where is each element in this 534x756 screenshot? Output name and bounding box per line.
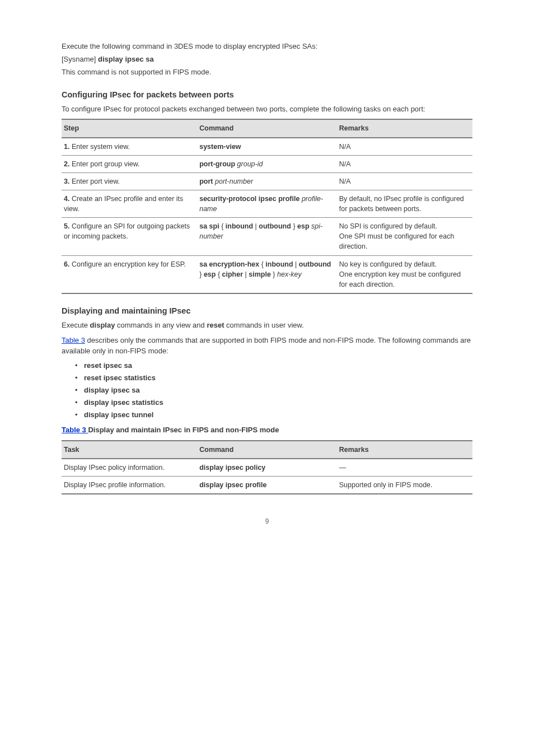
table-reference-link[interactable]: Table 3 (62, 336, 85, 344)
command-option: outbound (259, 222, 291, 230)
syntax-brace: } (291, 222, 297, 230)
step-number: 2. (64, 160, 69, 168)
remarks-cell: N/A (337, 172, 472, 190)
remarks-cell: By default, no IPsec profile is configur… (337, 190, 472, 217)
remarks-line: No SPI is configured by default. (339, 221, 468, 231)
table-title: Display and maintain IPsec in FIPS and n… (88, 426, 279, 434)
step-text: Configure an encryption key for ESP. (72, 260, 186, 268)
prompt-text: [Sysname] (62, 55, 96, 63)
step-text: Enter port view. (72, 178, 120, 185)
bullet-icon: • (75, 410, 84, 421)
bullet-icon: • (75, 361, 84, 371)
remarks-line: No key is configured by default. (339, 259, 468, 269)
command-keyword: security-protocol ipsec profile (199, 195, 299, 203)
section-heading-displaying-ipsec: Displaying and maintaining IPsec (62, 305, 472, 317)
command-inline: reset (207, 321, 224, 329)
display-maintain-table: Task Command Remarks Display IPsec polic… (62, 440, 472, 494)
table-3-link[interactable]: Table 3 (62, 426, 88, 434)
step-text: Create an IPsec profile and enter its vi… (64, 195, 183, 213)
col-header-remarks: Remarks (337, 441, 472, 459)
intro-paragraph-1: Execute the following command in 3DES mo… (62, 41, 472, 52)
syntax-pipe: | (293, 260, 299, 268)
syntax-brace: { (216, 270, 222, 278)
table-row: 2. Enter port group view. port-group gro… (62, 155, 472, 172)
step-cell: 1. Enter system view. (62, 138, 197, 156)
bullet-icon: • (75, 385, 84, 396)
command-text: display ipsec profile (199, 481, 266, 489)
table-header-row: Step Command Remarks (62, 119, 472, 137)
bullet-command: reset ipsec statistics (84, 373, 156, 384)
command-cell: port-group group-id (197, 155, 337, 172)
remarks-line: One SPI must be configured for each dire… (339, 231, 468, 251)
command-cell: display ipsec policy (197, 459, 337, 477)
section-body-1: To configure IPsec for protocol packets … (62, 104, 472, 115)
command-arg: port-number (215, 178, 253, 185)
command-option: esp (204, 270, 216, 278)
page-number: 9 (62, 517, 472, 526)
syntax-pipe: | (253, 222, 259, 230)
table-row: Display IPsec policy information. displa… (62, 459, 472, 477)
col-header-step: Step (62, 119, 197, 137)
step-number: 1. (64, 143, 69, 151)
table-row: 6. Configure an encryption key for ESP. … (62, 255, 472, 293)
step-cell: 5. Configure an SPI for outgoing packets… (62, 218, 197, 255)
table-caption: Table 3 Display and maintain IPsec in FI… (62, 425, 472, 436)
step-cell: 2. Enter port group view. (62, 155, 197, 172)
table-row: 5. Configure an SPI for outgoing packets… (62, 218, 472, 255)
command-bullet-list: •reset ipsec sa •reset ipsec statistics … (75, 361, 472, 420)
remarks-cell: — (337, 459, 472, 477)
bullet-command: display ipsec sa (84, 385, 140, 396)
bullet-command: reset ipsec sa (84, 361, 132, 371)
remarks-cell: Supported only in FIPS mode. (337, 476, 472, 494)
step-number: 3. (64, 178, 69, 185)
step-text: Configure an SPI for outgoing packets or… (64, 222, 190, 240)
syntax-brace: } (199, 270, 204, 278)
bullet-command: display ipsec statistics (84, 398, 163, 408)
step-text: Enter port group view. (72, 160, 140, 168)
intro-paragraph-2: [Sysname] display ipsec sa (62, 54, 472, 65)
list-item: •display ipsec statistics (75, 398, 472, 408)
text-run: Execute (62, 321, 90, 329)
text-run: describes only the commands that are sup… (62, 336, 471, 355)
command-keyword: sa spi (199, 222, 219, 230)
step-cell: 6. Configure an encryption key for ESP. (62, 255, 197, 293)
command-text: display ipsec policy (199, 464, 265, 472)
configuration-steps-table: Step Command Remarks 1. Enter system vie… (62, 119, 472, 294)
remarks-cell: No SPI is configured by default. One SPI… (337, 218, 472, 255)
intro-paragraph-3: This command is not supported in FIPS mo… (62, 67, 472, 78)
col-header-command: Command (197, 441, 337, 459)
command-option: simple (249, 270, 271, 278)
remarks-cell: N/A (337, 138, 472, 156)
command-cell: system-view (197, 138, 337, 156)
table-header-row: Task Command Remarks (62, 441, 472, 459)
section2-leadline: Execute display commands in any view and… (62, 320, 472, 331)
table-row: 3. Enter port view. port port-number N/A (62, 172, 472, 190)
list-item: •display ipsec sa (75, 385, 472, 396)
command-cell: display ipsec profile (197, 476, 337, 494)
remarks-line: One encryption key must be configured fo… (339, 269, 468, 290)
col-header-remarks: Remarks (337, 119, 472, 137)
display-command: display ipsec sa (98, 55, 154, 63)
bullet-icon: • (75, 398, 84, 408)
syntax-pipe: | (243, 270, 249, 278)
command-text: system-view (199, 143, 241, 151)
command-cell: sa encryption-hex { inbound | outbound }… (197, 255, 337, 293)
command-option: inbound (226, 222, 253, 230)
command-option: outbound (299, 260, 331, 268)
remarks-cell: N/A (337, 155, 472, 172)
col-header-task: Task (62, 441, 197, 459)
syntax-brace: } (271, 270, 277, 278)
syntax-brace: { (219, 222, 226, 230)
section-heading-configuring-ipsec: Configuring IPsec for packets between po… (62, 89, 472, 101)
command-keyword: port (199, 178, 213, 185)
step-cell: 4. Create an IPsec profile and enter its… (62, 190, 197, 217)
bullet-icon: • (75, 373, 84, 384)
col-header-command: Command (197, 119, 337, 137)
command-option: inbound (265, 260, 293, 268)
command-inline: display (90, 321, 115, 329)
step-text: Enter system view. (72, 143, 130, 151)
command-keyword: sa encryption-hex (199, 260, 261, 268)
table-row: 1. Enter system view. system-view N/A (62, 138, 472, 156)
text-run: commands in user view. (224, 321, 304, 329)
command-option: esp (297, 222, 310, 230)
